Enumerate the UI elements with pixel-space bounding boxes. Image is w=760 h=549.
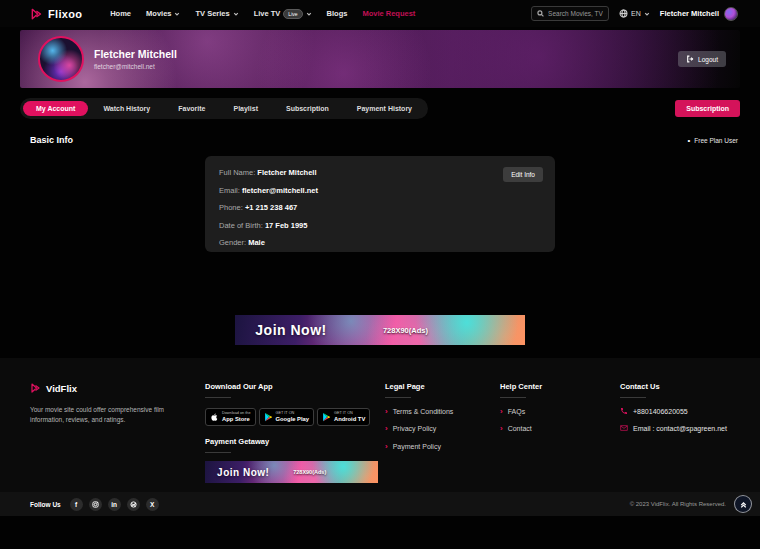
logout-button[interactable]: Logout <box>678 51 726 67</box>
tabs-row: My Account Watch History Favorite Playli… <box>20 98 740 119</box>
search-box[interactable] <box>531 6 609 21</box>
live-badge: Live <box>283 9 302 19</box>
subscription-button[interactable]: Subscription <box>675 100 740 117</box>
contact-phone[interactable]: +8801406620055 <box>620 407 745 415</box>
nav-movie-request[interactable]: Movie Request <box>362 9 415 18</box>
link-privacy-policy[interactable]: ›Privacy Policy <box>385 424 490 433</box>
apple-icon <box>210 412 219 422</box>
tab-watch-history[interactable]: Watch History <box>90 101 163 116</box>
android-tv-icon <box>322 412 331 422</box>
field-gender: Gender: Male <box>219 238 541 247</box>
nav-live-tv[interactable]: Live TVLive <box>254 9 312 19</box>
google-play-icon <box>264 412 273 422</box>
link-faqs[interactable]: ›FAQs <box>500 407 600 416</box>
chevron-right-icon: › <box>500 424 503 433</box>
nav-movies[interactable]: Movies <box>146 9 180 18</box>
footer-bottom-bar: Follow Us f in X © 2023 VidFlix. All Rig… <box>0 492 760 516</box>
linkedin-icon[interactable]: in <box>108 498 121 511</box>
tab-payment-history[interactable]: Payment History <box>344 101 425 116</box>
chevron-right-icon: › <box>385 407 388 416</box>
profile-name: Fletcher Mitchell <box>94 48 177 60</box>
ad-banner-size-label: 728X90(Ads) <box>383 326 428 335</box>
user-avatar <box>724 7 738 21</box>
globe-icon <box>619 9 628 18</box>
brand-play-icon <box>30 7 44 21</box>
language-label: EN <box>631 10 641 17</box>
x-icon[interactable]: X <box>146 498 159 511</box>
download-app-title: Download Our App <box>205 382 383 398</box>
email-icon <box>620 424 628 432</box>
store-badges: Download on theApp Store GET IT ONGoogle… <box>205 408 383 426</box>
field-full-name: Full Name: Fletcher Mitchell <box>219 168 541 177</box>
header-user-menu[interactable]: Fletcher Mitchell <box>660 7 738 21</box>
chevron-down-icon <box>306 11 312 17</box>
scroll-top-button[interactable] <box>734 495 752 513</box>
nav-tv-series[interactable]: TV Series <box>195 9 238 18</box>
payment-ad-banner[interactable]: Join Now! 728X90(Ads) <box>205 461 378 483</box>
edit-info-button[interactable]: Edit Info <box>503 167 543 182</box>
chevron-right-icon: › <box>385 442 388 451</box>
chevron-down-icon <box>644 11 650 17</box>
logout-icon <box>686 55 694 63</box>
tab-playlist[interactable]: Playlist <box>220 101 271 116</box>
link-terms-conditions[interactable]: ›Terms & Conditions <box>385 407 490 416</box>
profile-banner: Fletcher Mitchell fletcher@mitchell.net … <box>20 30 740 88</box>
contact-us-title: Contact Us <box>620 382 745 398</box>
chevron-down-icon <box>174 11 180 17</box>
footer-legal-column: Legal Page ›Terms & Conditions ›Privacy … <box>385 382 490 451</box>
search-input[interactable] <box>548 10 603 17</box>
footer-description: Your movie site could offer comprehensiv… <box>30 405 185 425</box>
app-store-badge[interactable]: Download on theApp Store <box>205 408 256 426</box>
profile-email: fletcher@mitchell.net <box>94 63 177 70</box>
payment-gateway-title: Payment Getaway <box>205 437 383 453</box>
footer-help-column: Help Center ›FAQs ›Contact <box>500 382 600 433</box>
header-user-name: Fletcher Mitchell <box>660 9 719 18</box>
ad-banner[interactable]: Join Now! 728X90(Ads) <box>235 315 525 345</box>
nav-blogs[interactable]: Blogs <box>327 9 348 18</box>
header-right: EN Fletcher Mitchell <box>531 6 738 21</box>
dribbble-icon[interactable] <box>127 498 140 511</box>
follow-us-label: Follow Us <box>30 501 61 508</box>
brand-logo[interactable]: Flixoo <box>30 7 82 21</box>
android-tv-badge[interactable]: GET IT ONAndroid TV <box>317 408 370 426</box>
ad-banner-text: Join Now! <box>255 322 326 338</box>
basic-info-header: Basic Info • Free Plan User <box>0 135 760 145</box>
profile-avatar <box>38 36 84 82</box>
legal-page-title: Legal Page <box>385 382 490 398</box>
page: Flixoo Home Movies TV Series Live TVLive… <box>0 0 760 549</box>
search-icon <box>537 10 544 17</box>
instagram-icon[interactable] <box>89 498 102 511</box>
field-dob: Date of Birth: 17 Feb 1995 <box>219 221 541 230</box>
footer-contact-column: Contact Us +8801406620055 Email : contac… <box>620 382 745 432</box>
chevron-right-icon: › <box>500 407 503 416</box>
facebook-icon[interactable]: f <box>70 498 83 511</box>
nav-home[interactable]: Home <box>110 9 131 18</box>
contact-email[interactable]: Email : contact@spagreen.net <box>620 424 745 432</box>
main-nav: Home Movies TV Series Live TVLive Blogs … <box>110 9 415 19</box>
footer-brand-column: VidFlix Your movie site could offer comp… <box>30 382 185 425</box>
plan-badge: • Free Plan User <box>687 136 738 145</box>
tab-subscription[interactable]: Subscription <box>273 101 342 116</box>
brand-play-icon <box>30 382 42 394</box>
link-payment-policy[interactable]: ›Payment Policy <box>385 442 490 451</box>
copyright-text: © 2023 VidFlix. All Rights Reserved. <box>630 501 726 507</box>
footer-logo[interactable]: VidFlix <box>30 382 185 394</box>
footer-apps-column: Download Our App Download on theApp Stor… <box>205 382 383 483</box>
bullet-icon: • <box>687 136 690 145</box>
tab-my-account[interactable]: My Account <box>23 101 88 116</box>
footer: VidFlix Your movie site could offer comp… <box>0 358 760 492</box>
account-tabs: My Account Watch History Favorite Playli… <box>20 98 428 119</box>
field-phone: Phone: +1 215 238 467 <box>219 203 541 212</box>
tab-favorite[interactable]: Favorite <box>165 101 218 116</box>
basic-info-card: Edit Info Full Name: Fletcher Mitchell E… <box>205 156 555 252</box>
section-title: Basic Info <box>30 135 73 145</box>
link-contact[interactable]: ›Contact <box>500 424 600 433</box>
brand-name: Flixoo <box>48 8 82 20</box>
top-navbar: Flixoo Home Movies TV Series Live TVLive… <box>0 0 760 27</box>
field-email: Email: fletcher@mitchell.net <box>219 186 541 195</box>
language-selector[interactable]: EN <box>619 9 650 18</box>
google-play-badge[interactable]: GET IT ONGoogle Play <box>259 408 315 426</box>
chevron-down-icon <box>233 11 239 17</box>
social-icons: f in X <box>70 498 159 511</box>
phone-icon <box>620 407 628 415</box>
